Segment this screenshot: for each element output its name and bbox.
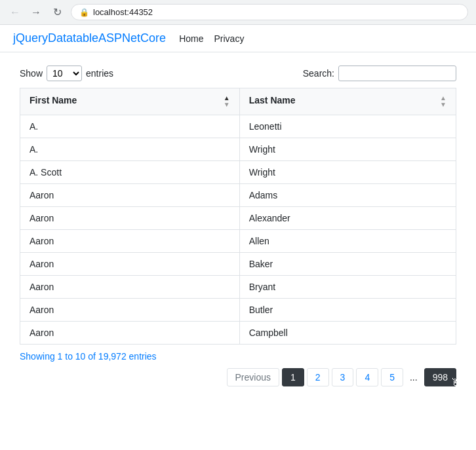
cell-first-name: Aaron <box>20 184 240 207</box>
pagination-wrap: Previous 1 2 3 4 5 ... 998 <box>20 368 456 386</box>
cell-last-name: Butler <box>239 299 456 322</box>
column-header-first-name[interactable]: First Name ▲ ▼ <box>20 88 240 115</box>
cell-first-name: A. Scott <box>20 161 240 184</box>
show-entries-control: Show 10 25 50 100 entries <box>20 66 113 81</box>
back-button[interactable]: ← <box>8 5 22 20</box>
browser-chrome: ← → ↻ 🔒 localhost:44352 <box>0 0 476 25</box>
cell-first-name: Aaron <box>20 322 240 345</box>
cell-first-name: Aaron <box>20 299 240 322</box>
show-label: Show <box>20 68 43 79</box>
cell-first-name: Aaron <box>20 276 240 299</box>
forward-button[interactable]: → <box>29 5 43 20</box>
cell-last-name: Allen <box>239 230 456 253</box>
search-input[interactable] <box>338 66 456 81</box>
page-button-4[interactable]: 4 <box>356 368 378 386</box>
navbar-nav: Home Privacy <box>179 33 244 44</box>
datatable: First Name ▲ ▼ Last Name ▲ ▼ <box>20 88 456 345</box>
table-row: AaronAdams <box>20 184 456 207</box>
sort-down-icon: ▼ <box>440 102 446 108</box>
nav-link-home[interactable]: Home <box>179 33 203 44</box>
previous-button[interactable]: Previous <box>227 368 279 386</box>
page: jQueryDatatableASPNetCore Home Privacy S… <box>0 25 476 400</box>
sort-icon-last-name: ▲ ▼ <box>440 95 446 108</box>
navbar-brand[interactable]: jQueryDatatableASPNetCore <box>13 31 166 45</box>
lock-icon: 🔒 <box>79 8 89 17</box>
cell-last-name: Adams <box>239 184 456 207</box>
address-bar[interactable]: 🔒 localhost:44352 <box>71 4 468 20</box>
page-button-3[interactable]: 3 <box>332 368 354 386</box>
table-head: First Name ▲ ▼ Last Name ▲ ▼ <box>20 88 456 115</box>
reload-button[interactable]: ↻ <box>50 5 64 20</box>
cell-last-name: Leonetti <box>239 115 456 138</box>
navbar: jQueryDatatableASPNetCore Home Privacy <box>0 25 476 52</box>
page-button-1[interactable]: 1 <box>282 368 304 386</box>
nav-item-home: Home <box>179 33 203 44</box>
datatable-controls-top: Show 10 25 50 100 entries Search: <box>20 66 456 81</box>
page-length-select[interactable]: 10 25 50 100 <box>47 66 82 81</box>
datatable-info-text: Showing 1 to 10 of 19,972 entries <box>20 351 157 362</box>
entries-label: entries <box>86 68 113 79</box>
table-row: A.Leonetti <box>20 115 456 138</box>
sort-icon-first-name: ▲ ▼ <box>224 95 230 108</box>
cell-first-name: Aaron <box>20 207 240 230</box>
table-row: AaronAlexander <box>20 207 456 230</box>
table-body: A.LeonettiA.WrightA. ScottWrightAaronAda… <box>20 115 456 345</box>
table-row: AaronBryant <box>20 276 456 299</box>
table-row: AaronCampbell <box>20 322 456 345</box>
table-row: AaronButler <box>20 299 456 322</box>
search-label: Search: <box>303 68 334 79</box>
column-header-last-name[interactable]: Last Name ▲ ▼ <box>239 88 456 115</box>
table-row: A. ScottWright <box>20 161 456 184</box>
cell-first-name: Aaron <box>20 230 240 253</box>
main-content: Show 10 25 50 100 entries Search: First … <box>0 52 476 400</box>
page-button-last[interactable]: 998 <box>424 368 456 386</box>
cell-first-name: Aaron <box>20 253 240 276</box>
cell-first-name: A. <box>20 138 240 161</box>
nav-link-privacy[interactable]: Privacy <box>214 33 244 44</box>
table-row: AaronBaker <box>20 253 456 276</box>
table-row: AaronAllen <box>20 230 456 253</box>
table-row: A.Wright <box>20 138 456 161</box>
table-header-row: First Name ▲ ▼ Last Name ▲ ▼ <box>20 88 456 115</box>
pagination-ellipsis: ... <box>406 369 422 386</box>
cell-last-name: Baker <box>239 253 456 276</box>
search-control: Search: <box>303 66 456 81</box>
cell-last-name: Campbell <box>239 322 456 345</box>
pagination: Previous 1 2 3 4 5 ... 998 <box>227 368 456 386</box>
cell-last-name: Alexander <box>239 207 456 230</box>
url-text: localhost:44352 <box>93 7 153 17</box>
cell-first-name: A. <box>20 115 240 138</box>
cell-last-name: Wright <box>239 161 456 184</box>
cell-last-name: Bryant <box>239 276 456 299</box>
cell-last-name: Wright <box>239 138 456 161</box>
page-button-5[interactable]: 5 <box>381 368 403 386</box>
sort-down-icon: ▼ <box>224 102 230 108</box>
page-button-2[interactable]: 2 <box>307 368 329 386</box>
nav-item-privacy: Privacy <box>214 33 244 44</box>
datatable-info: Showing 1 to 10 of 19,972 entries <box>20 351 456 362</box>
